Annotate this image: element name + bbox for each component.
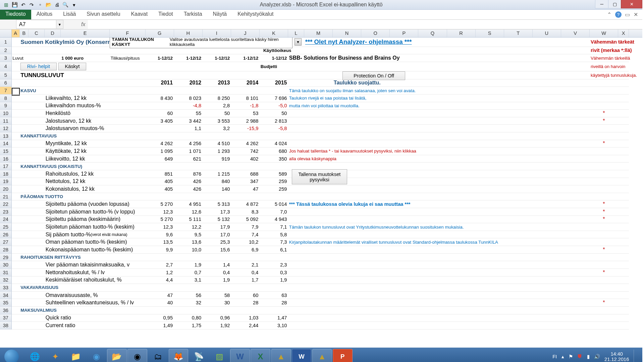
row-header-7[interactable]: 7 [0, 87, 12, 95]
ribbon-minimize-icon[interactable]: ⌃ [607, 11, 611, 18]
close-button[interactable]: ✕ [621, 0, 642, 8]
col-header-E[interactable]: E [61, 29, 110, 37]
col-header-T[interactable]: T [504, 29, 533, 37]
row-header-17[interactable]: 17 [0, 163, 12, 170]
row-header-25[interactable]: 25 [0, 223, 12, 231]
row-header-31[interactable]: 31 [0, 269, 12, 277]
tray-shield-icon[interactable]: ⛊ [577, 354, 582, 359]
task-excel-icon[interactable]: X [251, 349, 270, 362]
col-header-F[interactable]: F [110, 29, 145, 37]
help-icon[interactable]: ? [615, 11, 622, 18]
ribbon-tab-aloitus[interactable]: Aloitus [31, 10, 58, 19]
row-header-16[interactable]: 16 [0, 155, 12, 163]
task-ie-icon[interactable]: 🌐 [25, 349, 45, 362]
rivi-helpit-button[interactable]: Rivi- helpit [20, 63, 57, 70]
row-header-32[interactable]: 32 [0, 277, 12, 284]
maximize-button[interactable]: ▢ [608, 0, 622, 8]
task-ftp-icon[interactable]: 📡 [189, 349, 209, 362]
tray-flag-icon[interactable]: ⚑ [569, 354, 573, 359]
task-media-icon[interactable]: ◉ [87, 349, 106, 362]
col-header-J[interactable]: J [231, 29, 260, 37]
task-ppt-icon[interactable]: P [333, 349, 353, 362]
row-header-4[interactable]: 4 [0, 62, 12, 71]
start-button[interactable] [2, 349, 21, 362]
ribbon-tab-lisää[interactable]: Lisää [58, 10, 81, 19]
task-chrome-icon[interactable]: ◉ [127, 349, 147, 362]
row-header-8[interactable]: 8 [0, 95, 12, 102]
col-header-N[interactable]: N [333, 29, 361, 37]
ribbon-tab-file[interactable]: Tiedosto [0, 10, 31, 19]
row-header-15[interactable]: 15 [0, 147, 12, 155]
col-header-U[interactable]: U [533, 29, 561, 37]
col-header-Q[interactable]: Q [418, 29, 447, 37]
col-header-W[interactable]: W [590, 29, 618, 37]
task-firefox-icon[interactable]: 🦊 [169, 349, 189, 362]
cells-area[interactable]: Suomen Kotikylmiö Oy (Konserni)TÄMÄN TAU… [12, 38, 643, 329]
row-header-5[interactable]: 5 [0, 71, 12, 79]
task-app4-icon[interactable]: ▲ [271, 349, 291, 362]
minimize-button[interactable]: ─ [595, 0, 608, 8]
row-header-22[interactable]: 22 [0, 200, 12, 208]
task-word2-icon[interactable]: W [292, 349, 312, 362]
ribbon-tab-kaavat[interactable]: Kaavat [125, 10, 153, 19]
row-header-3[interactable]: 3 [0, 54, 12, 62]
task-app1-icon[interactable]: ✦ [46, 349, 65, 362]
ribbon-tab-tiedot[interactable]: Tiedot [153, 10, 178, 19]
col-header-O[interactable]: O [361, 29, 390, 37]
row-header-26[interactable]: 26 [0, 231, 12, 239]
tray-clock[interactable]: 14:4021.12.2016 [604, 351, 629, 362]
task-app3-icon[interactable]: ▨ [210, 349, 229, 362]
protection-toggle-button[interactable]: Protection On / Off [342, 71, 405, 80]
row-header-10[interactable]: 10 [0, 110, 12, 117]
ribbon-tab-tarkista[interactable]: Tarkista [178, 10, 208, 19]
col-header-C[interactable]: C [29, 29, 45, 37]
task-app5-icon[interactable]: ▲ [312, 349, 332, 362]
kaskyt-button[interactable]: Käskyt [58, 63, 86, 70]
row-header-34[interactable]: 34 [0, 292, 12, 299]
row-header-1[interactable]: 1 [0, 38, 12, 47]
row-header-28[interactable]: 28 [0, 246, 12, 254]
row-header-23[interactable]: 23 [0, 208, 12, 216]
row-header-9[interactable]: 9 [0, 102, 12, 110]
row-header-19[interactable]: 19 [0, 178, 12, 186]
col-header-P[interactable]: P [390, 29, 418, 37]
col-header-H[interactable]: H [174, 29, 203, 37]
row-header-27[interactable]: 27 [0, 238, 12, 246]
row-header-38[interactable]: 38 [0, 322, 12, 329]
task-explorer-icon[interactable]: 📁 [66, 349, 86, 362]
row-header-29[interactable]: 29 [0, 254, 12, 261]
formula-input[interactable] [88, 20, 642, 29]
row-header-37[interactable]: 37 [0, 314, 12, 322]
ribbon-close-icon[interactable]: ✕ [634, 11, 638, 18]
fx-icon[interactable]: fx [81, 21, 85, 27]
col-header-R[interactable]: R [447, 29, 476, 37]
tray-lang[interactable]: FI [552, 354, 557, 359]
tray-show-hidden-icon[interactable]: ▴ [561, 354, 564, 359]
ribbon-tab-sivun asettelu[interactable]: Sivun asettelu [81, 10, 125, 19]
col-header-M[interactable]: M [304, 29, 333, 37]
tray-network-icon[interactable]: ▮ [587, 354, 590, 359]
ribbon-tab-kehitystyökalut[interactable]: Kehitystyökalut [232, 10, 279, 19]
row-header-6[interactable]: 6 [0, 79, 12, 87]
show-desktop-button[interactable] [634, 350, 638, 362]
col-header-K[interactable]: K [260, 29, 288, 37]
row-header-18[interactable]: 18 [0, 170, 12, 178]
col-header-X[interactable]: X [618, 29, 629, 37]
row-header-36[interactable]: 36 [0, 307, 12, 314]
name-box[interactable]: A7 [16, 20, 56, 29]
col-header-D[interactable]: D [45, 29, 61, 37]
task-app2-icon[interactable]: 🗂 [148, 349, 168, 362]
ribbon-tab-näytä[interactable]: Näytä [208, 10, 232, 19]
row-header-13[interactable]: 13 [0, 132, 12, 140]
col-header-I[interactable]: I [203, 29, 231, 37]
row-header-30[interactable]: 30 [0, 261, 12, 269]
row-header-20[interactable]: 20 [0, 185, 12, 193]
row-header-21[interactable]: 21 [0, 193, 12, 201]
col-header-A[interactable]: A [12, 29, 20, 37]
row-header-24[interactable]: 24 [0, 216, 12, 224]
name-box-dropdown[interactable]: ▼ [56, 20, 63, 29]
col-header-G[interactable]: G [146, 29, 174, 37]
row-header-12[interactable]: 12 [0, 125, 12, 132]
row-header-35[interactable]: 35 [0, 299, 12, 307]
col-header-S[interactable]: S [476, 29, 504, 37]
